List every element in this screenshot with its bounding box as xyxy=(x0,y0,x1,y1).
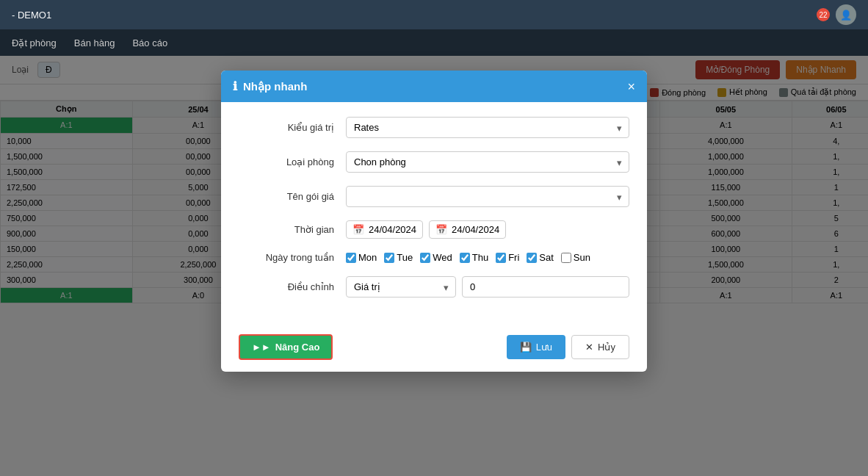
adjust-type-wrap: Giá trị Phần trăm ▾ xyxy=(346,276,456,298)
main-area: Loại Đ Mở/Đóng Phòng Nhập Nhanh Mở bán Đ… xyxy=(0,56,868,476)
nav-item-baocao[interactable]: Báo cáo xyxy=(132,37,167,48)
loai-phong-row: Loại phòng Chon phòng ▾ xyxy=(239,151,629,173)
modal-title: Nhập nhanh xyxy=(243,80,307,93)
adjust-value-input[interactable] xyxy=(462,276,629,298)
checkbox-fri[interactable] xyxy=(496,253,506,263)
cancel-icon: ✕ xyxy=(585,342,593,353)
nav-item-banhang[interactable]: Bán hàng xyxy=(74,37,115,48)
forward-icon: ►► xyxy=(252,342,271,353)
modal-header: ℹ Nhập nhanh × xyxy=(221,71,647,102)
thoi-gian-label: Thời gian xyxy=(239,224,334,235)
nav-item-datphong[interactable]: Đặt phòng xyxy=(12,37,57,48)
huy-button[interactable]: ✕ Hủy xyxy=(571,335,629,359)
kieu-gia-tri-label: Kiểu giá trị xyxy=(239,122,334,133)
date-from-value: 24/04/2024 xyxy=(369,224,416,235)
notification-badge[interactable]: 22 xyxy=(817,8,830,21)
top-bar: - DEMO1 22 👤 xyxy=(0,0,868,29)
date-range: 📅 24/04/2024 📅 24/04/2024 xyxy=(346,220,629,239)
loai-phong-label: Loại phòng xyxy=(239,156,334,167)
modal-overlay: ℹ Nhập nhanh × Kiểu giá trị Rates Giá tr… xyxy=(0,56,868,476)
checkbox-sat[interactable] xyxy=(527,253,537,263)
info-icon: ℹ xyxy=(233,79,237,93)
modal-header-left: ℹ Nhập nhanh xyxy=(233,79,307,93)
date-to-value: 24/04/2024 xyxy=(452,224,499,235)
checkbox-mon[interactable] xyxy=(346,253,356,263)
day-mon[interactable]: Mon xyxy=(346,252,377,263)
kieu-gia-tri-select[interactable]: Rates Giá trị khác xyxy=(346,117,629,138)
day-sun[interactable]: Sun xyxy=(561,252,590,263)
top-bar-left: - DEMO1 xyxy=(12,10,51,21)
day-fri[interactable]: Fri xyxy=(496,252,519,263)
dieu-chinh-row: Điều chỉnh Giá trị Phần trăm ▾ xyxy=(239,276,629,298)
user-avatar[interactable]: 👤 xyxy=(836,4,856,25)
modal-body: Kiểu giá trị Rates Giá trị khác ▾ Loại p… xyxy=(221,102,647,325)
modal-footer-right: 💾 Lưu ✕ Hủy xyxy=(507,335,629,359)
day-thu[interactable]: Thu xyxy=(460,252,488,263)
luu-button[interactable]: 💾 Lưu xyxy=(507,335,565,359)
days-checkboxes: Mon Tue Wed Thu xyxy=(346,252,590,263)
ngay-trong-tuan-row: Ngày trong tuần Mon Tue Wed xyxy=(239,252,629,263)
ten-goi-gia-label: Tên gói giá xyxy=(239,191,334,202)
day-wed[interactable]: Wed xyxy=(420,252,452,263)
checkbox-tue[interactable] xyxy=(384,253,394,263)
adjust-type-select[interactable]: Giá trị Phần trăm xyxy=(346,276,456,298)
loai-phong-select-wrap: Chon phòng ▾ xyxy=(346,151,629,173)
thoi-gian-row: Thời gian 📅 24/04/2024 📅 24/04/2024 xyxy=(239,220,629,239)
day-tue[interactable]: Tue xyxy=(384,252,413,263)
day-sat[interactable]: Sat xyxy=(527,252,554,263)
calendar-to-icon: 📅 xyxy=(435,224,447,235)
nav-bar: Đặt phòng Bán hàng Báo cáo xyxy=(0,29,868,56)
date-from-input[interactable]: 📅 24/04/2024 xyxy=(346,220,423,239)
loai-phong-select[interactable]: Chon phòng xyxy=(346,151,629,173)
ten-goi-gia-select[interactable] xyxy=(346,186,629,207)
calendar-from-icon: 📅 xyxy=(352,224,364,235)
nang-cao-button[interactable]: ►► Nâng Cao xyxy=(239,334,333,360)
checkbox-wed[interactable] xyxy=(420,253,430,263)
top-bar-right: 22 👤 xyxy=(817,4,856,25)
kieu-gia-tri-row: Kiểu giá trị Rates Giá trị khác ▾ xyxy=(239,117,629,138)
checkbox-thu[interactable] xyxy=(460,253,470,263)
kieu-gia-tri-select-wrap: Rates Giá trị khác ▾ xyxy=(346,117,629,138)
modal-footer: ►► Nâng Cao 💾 Lưu ✕ Hủy xyxy=(221,325,647,372)
ngay-trong-tuan-label: Ngày trong tuần xyxy=(239,252,334,263)
modal-nhap-nhanh: ℹ Nhập nhanh × Kiểu giá trị Rates Giá tr… xyxy=(221,71,647,372)
dieu-chinh-label: Điều chỉnh xyxy=(239,281,334,292)
app-title: - DEMO1 xyxy=(12,10,51,21)
ten-goi-gia-select-wrap: ▾ xyxy=(346,186,629,207)
save-icon: 💾 xyxy=(520,342,532,353)
modal-close-button[interactable]: × xyxy=(627,80,635,93)
date-to-input[interactable]: 📅 24/04/2024 xyxy=(429,220,506,239)
adjust-controls: Giá trị Phần trăm ▾ xyxy=(346,276,629,298)
checkbox-sun[interactable] xyxy=(561,253,571,263)
ten-goi-gia-row: Tên gói giá ▾ xyxy=(239,186,629,207)
